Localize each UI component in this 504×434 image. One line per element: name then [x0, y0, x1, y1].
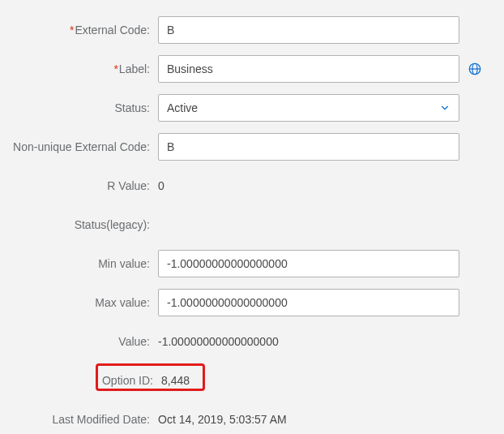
input-max-value[interactable]	[158, 289, 459, 316]
row-max-value: Max value:	[0, 289, 486, 316]
label-min-value: Min value:	[0, 257, 158, 270]
label-status-legacy: Status(legacy):	[0, 218, 158, 231]
select-status[interactable]: Active	[158, 94, 459, 122]
label-external-code: *External Code:	[0, 24, 158, 37]
label-last-modified: Last Modified Date:	[0, 413, 158, 426]
form-panel: *External Code: *Label: Status:	[0, 0, 504, 434]
row-option-id: Option ID: 8,448	[0, 367, 486, 394]
label-non-unique-external-code: Non-unique External Code:	[0, 140, 158, 153]
row-status: Status: Active	[0, 94, 486, 122]
row-status-legacy: Status(legacy):	[0, 211, 486, 238]
row-min-value: Min value:	[0, 250, 486, 277]
input-min-value[interactable]	[158, 250, 459, 277]
row-non-unique-external-code: Non-unique External Code:	[0, 133, 486, 161]
input-label[interactable]	[158, 55, 459, 83]
value-r-value: 0	[158, 179, 164, 192]
input-external-code[interactable]	[158, 16, 459, 44]
value-option-id: 8,448	[161, 374, 190, 387]
select-status-value: Active	[167, 101, 198, 114]
label-option-id: Option ID:	[3, 374, 161, 387]
label-label: *Label:	[0, 62, 158, 75]
row-value: Value: -1.00000000000000000	[0, 328, 486, 355]
label-max-value: Max value:	[0, 296, 158, 309]
required-asterisk: *	[70, 24, 74, 37]
row-r-value: R Value: 0	[0, 172, 486, 200]
row-last-modified: Last Modified Date: Oct 14, 2019, 5:03:5…	[0, 406, 486, 433]
label-status: Status:	[0, 101, 158, 114]
label-value: Value:	[0, 335, 158, 348]
required-asterisk: *	[113, 62, 117, 75]
value-value: -1.00000000000000000	[158, 335, 279, 348]
globe-icon[interactable]	[468, 62, 482, 76]
row-external-code: *External Code:	[0, 16, 486, 44]
chevron-down-icon	[439, 102, 451, 114]
input-non-unique-external-code[interactable]	[158, 133, 459, 161]
label-r-value: R Value:	[0, 179, 158, 192]
value-last-modified: Oct 14, 2019, 5:03:57 AM	[158, 413, 287, 426]
row-label: *Label:	[0, 55, 486, 83]
